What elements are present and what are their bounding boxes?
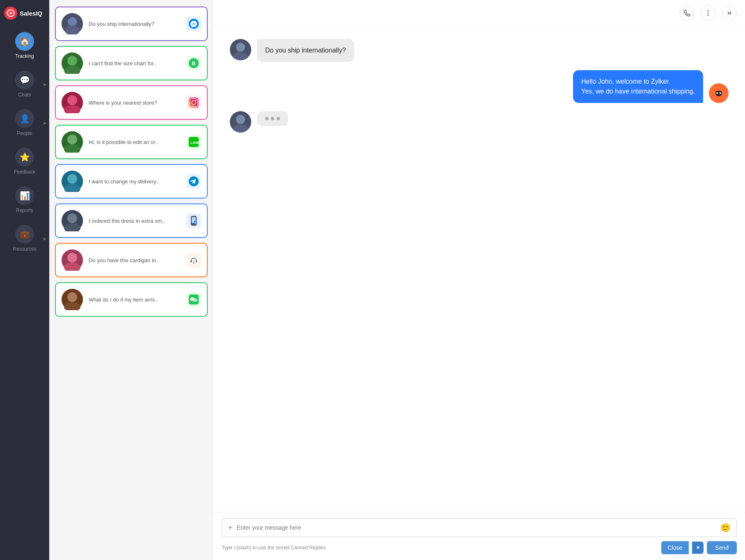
sidebar-item-people[interactable]: 👤 People ▶ xyxy=(0,103,49,142)
people-chevron: ▶ xyxy=(44,121,47,125)
chat-preview-5: I want to change my delivery.. xyxy=(89,178,181,185)
chat-card-6[interactable]: I ordered this dress in extra sm.. xyxy=(55,203,208,238)
chats-label: Chats xyxy=(18,92,31,98)
headset-icon xyxy=(186,253,201,267)
svg-rect-36 xyxy=(190,261,192,263)
resources-label: Resources xyxy=(13,246,36,252)
svg-point-40 xyxy=(67,292,77,302)
chat-card-text-7: Do you have this cardigan in.. xyxy=(89,256,181,264)
logo-text: SalesIQ xyxy=(20,10,42,17)
chats-chevron: ▶ xyxy=(44,82,47,87)
sidebar-item-reports[interactable]: 📊 Reports xyxy=(0,181,49,219)
svg-point-63 xyxy=(236,115,245,124)
bot-message-bubble: Hello John, welcome to Zylker. Yes, we d… xyxy=(573,70,703,103)
svg-point-51 xyxy=(708,15,709,16)
typing-dot-1 xyxy=(265,117,268,120)
sidebar-item-tracking[interactable]: 🏠 Tracking xyxy=(0,26,49,65)
chat-card-7[interactable]: Do you have this cardigan in.. xyxy=(55,243,208,277)
bot-message-text: Hello John, welcome to Zylker. Yes, we d… xyxy=(581,78,695,95)
chat-card-text-5: I want to change my delivery.. xyxy=(89,177,181,185)
svg-point-27 xyxy=(67,213,77,223)
chat-input-area: + 🙂 Type / (slash) to use the stored Can… xyxy=(213,512,745,560)
people-icon: 👤 xyxy=(15,109,34,128)
chat-messages: Do you ship internationally? Hello John,… xyxy=(213,27,745,512)
svg-point-53 xyxy=(236,43,245,52)
tracking-label: Tracking xyxy=(15,53,34,59)
chat-preview-3: Where is your nearest store? xyxy=(89,99,181,107)
chat-preview-8: What do I do if my item arriv.. xyxy=(89,296,181,304)
chat-preview-4: Hi, is it possible to edit an or.. xyxy=(89,139,181,146)
message-row-user: Do you ship internationally? xyxy=(230,39,729,62)
logo: SalesIQ xyxy=(0,0,49,26)
messenger-icon xyxy=(186,16,201,31)
chat-icon: 💬 xyxy=(15,71,34,89)
sidebar-item-chats[interactable]: 💬 Chats ▶ xyxy=(0,65,49,103)
chat-card-text-3: Where is your nearest store? xyxy=(89,98,181,107)
svg-point-59 xyxy=(717,93,717,94)
svg-text:B: B xyxy=(192,60,195,66)
chat-card-8[interactable]: What do I do if my item arriv.. xyxy=(55,282,208,317)
b-chat-icon: B xyxy=(186,56,201,71)
chat-card-2[interactable]: I can't find the size chart for.. B xyxy=(55,46,208,80)
svg-rect-61 xyxy=(717,96,720,96)
resources-icon: 💼 xyxy=(15,225,34,244)
feedback-icon: ⭐ xyxy=(15,148,34,167)
avatar-5 xyxy=(62,171,83,192)
line-icon: LINE xyxy=(186,135,201,149)
reports-label: Reports xyxy=(16,208,33,213)
typing-dot-2 xyxy=(271,117,274,120)
svg-point-47 xyxy=(195,300,195,301)
chat-card-4[interactable]: Hi, is it possible to edit an or.. LINE xyxy=(55,125,208,159)
avatar-1 xyxy=(62,13,83,34)
svg-point-45 xyxy=(191,299,192,299)
svg-point-49 xyxy=(708,10,709,11)
chat-card-text-2: I can't find the size chart for.. xyxy=(89,59,181,67)
svg-point-46 xyxy=(193,299,193,299)
user-message-bubble: Do you ship internationally? xyxy=(257,39,354,62)
canned-replies-hint: Type / (slash) to use the stored Canned … xyxy=(222,545,326,551)
collapse-icon[interactable] xyxy=(722,6,737,21)
avatar-7 xyxy=(62,249,83,271)
more-options-icon[interactable] xyxy=(701,6,715,21)
svg-rect-37 xyxy=(196,261,197,263)
avatar-2 xyxy=(62,53,83,74)
user-avatar xyxy=(230,39,251,60)
typing-bubble xyxy=(257,111,288,126)
svg-point-38 xyxy=(193,261,194,263)
chat-card-3[interactable]: Where is your nearest store? xyxy=(55,85,208,120)
sidebar-item-resources[interactable]: 💼 Resources ▶ xyxy=(0,219,49,258)
feedback-label: Feedback xyxy=(14,169,36,175)
avatar-8 xyxy=(62,289,83,310)
svg-text:LINE: LINE xyxy=(190,140,199,145)
close-button[interactable]: Close xyxy=(661,541,689,554)
chat-preview-7: Do you have this cardigan in.. xyxy=(89,257,181,264)
chat-card-text-4: Hi, is it possible to edit an or.. xyxy=(89,138,181,146)
add-attachment-button[interactable]: + xyxy=(228,523,233,533)
chat-card-5[interactable]: I want to change my delivery.. xyxy=(55,164,208,199)
chat-preview-2: I can't find the size chart for.. xyxy=(89,60,181,67)
footer-actions: Close ▼ Send xyxy=(661,541,737,554)
reports-icon: 📊 xyxy=(15,186,34,205)
typing-user-avatar xyxy=(230,111,251,133)
svg-point-2 xyxy=(68,17,77,26)
telegram-icon xyxy=(186,174,201,189)
svg-point-11 xyxy=(67,95,77,105)
logo-icon xyxy=(4,7,17,20)
chat-header xyxy=(213,0,745,27)
mobile-chat-icon xyxy=(186,213,201,228)
chat-preview-1: Do you ship internationally? xyxy=(89,21,181,28)
avatar-4 xyxy=(62,131,83,153)
chat-preview-6: I ordered this dress in extra sm.. xyxy=(89,217,181,225)
phone-icon[interactable] xyxy=(679,6,694,21)
svg-point-15 xyxy=(195,100,196,101)
chat-card-1[interactable]: Do you ship internationally? xyxy=(55,7,208,41)
message-input[interactable] xyxy=(237,524,716,531)
send-button[interactable]: Send xyxy=(707,541,737,554)
chat-card-text-6: I ordered this dress in extra sm.. xyxy=(89,217,181,225)
resources-chevron: ▶ xyxy=(44,236,47,241)
emoji-button[interactable]: 🙂 xyxy=(720,523,731,533)
message-row-bot: Hello John, welcome to Zylker. Yes, we d… xyxy=(230,70,729,103)
sidebar-item-feedback[interactable]: ⭐ Feedback xyxy=(0,142,49,181)
close-dropdown-button[interactable]: ▼ xyxy=(692,542,704,554)
avatar-6 xyxy=(62,210,83,231)
